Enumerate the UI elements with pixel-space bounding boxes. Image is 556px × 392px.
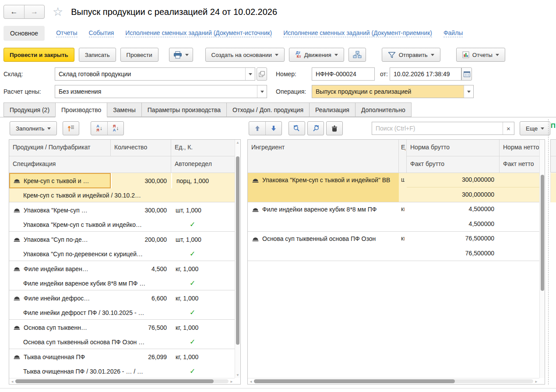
column-autoredo[interactable]: Автопередел (171, 156, 235, 173)
table-row[interactable]: Филе инейки дефрос… 6,600 кг, 1,000 Филе… (9, 290, 235, 320)
column-spec[interactable]: Спецификация (9, 156, 171, 173)
column-norm-net[interactable]: Норма нетто (500, 140, 540, 156)
warehouse-field[interactable]: Склад готовой продукции (55, 67, 255, 81)
scroll-left-icon[interactable]: ◄ (248, 378, 254, 385)
price-calc-label: Расчет цены: (4, 85, 41, 98)
dish-icon (14, 208, 20, 212)
scroll-right-icon[interactable]: ► (229, 378, 235, 385)
autoredo-check-icon: ✓ (190, 309, 195, 316)
move-down-button[interactable] (265, 122, 282, 135)
column-ingredient[interactable]: Ингредиент (248, 140, 399, 173)
operation-field[interactable]: Выпуск продукции с реализацией (312, 85, 474, 98)
post-and-close-button[interactable]: Провести и закрыть (4, 48, 74, 62)
price-calc-dropdown-button[interactable] (257, 85, 267, 98)
product-spec: Филе инейки дефрост ПФ / 30.10.2025 - … (9, 309, 171, 316)
column-fact-gross[interactable]: Факт брутто (407, 156, 500, 173)
send-button[interactable]: Отправить (382, 48, 440, 62)
tab-products[interactable]: Продукция (2) (4, 102, 56, 117)
product-unit: кг, 1,000 (171, 265, 235, 272)
column-quantity[interactable]: Количество (111, 140, 171, 156)
warehouse-dropdown-button[interactable] (245, 68, 255, 80)
structure-button[interactable] (348, 48, 366, 62)
table-row[interactable]: Тыква очищенная ПФ 26,099 кг, 1,000 Тыкв… (9, 349, 235, 378)
print-button[interactable] (169, 48, 193, 62)
scrollbar-thumb[interactable] (254, 379, 455, 383)
back-button[interactable]: ← (4, 5, 24, 18)
sort-descending-button[interactable]: ЯА ↓ (107, 122, 123, 135)
nav-item-reports[interactable]: Отчеты (56, 29, 77, 37)
table-row[interactable]: Упаковка "Крем-суп с тыквой и индейкой" … (248, 173, 539, 202)
table-row[interactable]: Основа суп тыквенн… 76,500 кг, 1,000 Осн… (9, 320, 235, 349)
warehouse-open-button[interactable] (257, 67, 267, 81)
table-row[interactable]: Крем-суп с тыквой и … 300,000 порц, 1,00… (9, 173, 235, 202)
product-spec: Тыква очищенная ПФ / 30.01.2026 - … / … (9, 368, 171, 375)
search-input[interactable] (372, 122, 503, 134)
tab-replacements[interactable]: Замены (107, 102, 141, 117)
warehouse-value: Склад готовой продукции (55, 71, 245, 78)
nav-item-shift-tasks-receiver[interactable]: Исполнение сменных заданий (Документ-при… (283, 29, 432, 37)
scrollbar-thumb[interactable] (15, 379, 214, 383)
side-panel-row-sliver (550, 173, 556, 202)
search-down-button[interactable] (307, 121, 324, 135)
column-product[interactable]: Продукция / Полуфабрикат (9, 140, 111, 156)
nav-item-main[interactable]: Основное (4, 26, 45, 41)
products-vertical-scrollbar[interactable]: ▲ ▼ (235, 140, 240, 378)
more-button[interactable]: Еще (520, 121, 550, 135)
tab-production-params[interactable]: Параметры производства (141, 102, 227, 117)
column-fact-net[interactable]: Факт нетто (500, 156, 540, 173)
post-button[interactable]: Провести (120, 48, 158, 62)
forward-button[interactable]: → (24, 5, 44, 18)
products-horizontal-scrollbar[interactable]: ◄ ► (9, 378, 235, 384)
scrollbar-thumb[interactable] (236, 156, 239, 345)
ingredients-vertical-scrollbar[interactable] (539, 140, 545, 378)
scrollbar-thumb[interactable] (541, 175, 544, 291)
move-up-button[interactable] (249, 122, 265, 135)
tab-additional[interactable]: Дополнительно (355, 102, 412, 117)
dropdown-arrow-icon (249, 73, 252, 75)
movements-button[interactable]: ДтКт Движения (289, 48, 344, 62)
reports-button[interactable]: Отчеты (456, 48, 505, 62)
table-row[interactable]: Упаковка "Крем-суп … 300,000 шт, 1,000 У… (9, 202, 235, 232)
column-unit[interactable]: Ед. изм. (399, 140, 407, 173)
tab-realization[interactable]: Реализация (309, 102, 355, 117)
table-row[interactable]: Филе индейки вареное кубик 8*8 мм ПФ кг … (248, 202, 539, 232)
search-up-button[interactable] (289, 121, 305, 135)
nav-item-files[interactable]: Файлы (443, 29, 463, 37)
fact-gross-value: 300,000000 (407, 188, 500, 202)
date-field[interactable]: 10.02.2026 17:38:49 (390, 67, 461, 81)
tab-waste[interactable]: Отходы / Доп. продукция (226, 102, 310, 117)
column-unit[interactable]: Ед., К. (171, 140, 235, 156)
product-unit: порц, 1,000 (171, 173, 235, 188)
window-header: ← → ☆ Выпуск продукции с реализацией 24 … (4, 4, 277, 20)
write-button[interactable]: Записать (79, 48, 116, 62)
clear-search-button[interactable]: × (503, 122, 514, 134)
sort-ascending-button[interactable]: АЯ ↓ (91, 122, 107, 135)
fill-button[interactable]: Заполнить (10, 121, 57, 135)
scroll-up-icon[interactable]: ▲ (235, 141, 240, 145)
dish-icon (252, 207, 259, 212)
favorite-star-icon[interactable]: ☆ (53, 6, 63, 18)
table-row[interactable]: Основа суп тыквенный основа ПФ Озон кг 7… (248, 232, 539, 261)
calendar-button[interactable] (461, 67, 472, 81)
cooking-pot-button[interactable] (326, 121, 343, 135)
table-row[interactable]: Упаковка "Суп по-де… 200,000 шт, 1,000 У… (9, 232, 235, 261)
number-field[interactable]: НФНФ-000024 (312, 67, 375, 81)
nav-item-shift-tasks-source[interactable]: Исполнение сменных заданий (Документ-ист… (125, 29, 272, 37)
scroll-right-icon[interactable]: ► (533, 378, 539, 385)
ingredients-horizontal-scrollbar[interactable]: ◄ ► (248, 378, 539, 384)
panel-splitter[interactable] (548, 119, 549, 385)
scroll-left-icon[interactable]: ◄ (9, 378, 15, 385)
product-spec: Упаковка "Крем-суп с тыквой и индейко… (9, 221, 171, 228)
create-on-base-button[interactable]: Создать на основании (205, 48, 285, 62)
date-value: 10.02.2026 17:38:49 (390, 71, 461, 78)
fill-label: Заполнить (16, 125, 44, 132)
price-calc-field[interactable]: Без изменения (55, 85, 267, 98)
report-structure-icon (353, 51, 362, 59)
nav-item-events[interactable]: События (89, 29, 114, 37)
column-norm-gross[interactable]: Норма брутто (407, 140, 500, 156)
operation-dropdown-button[interactable] (464, 85, 473, 98)
table-row[interactable]: Филе индейки варен… 4,500 кг, 1,000 Филе… (9, 261, 235, 290)
move-to-top-button[interactable] (63, 121, 79, 135)
scroll-down-icon[interactable]: ▼ (235, 373, 240, 377)
tab-production[interactable]: Производство (55, 102, 107, 117)
